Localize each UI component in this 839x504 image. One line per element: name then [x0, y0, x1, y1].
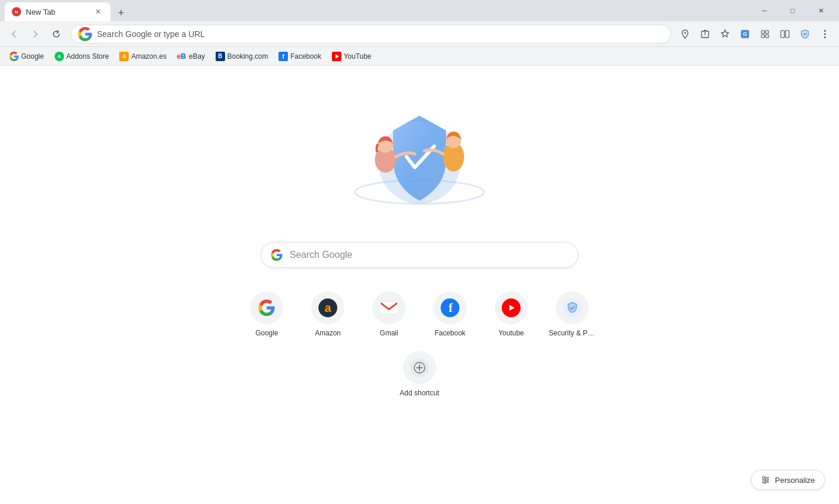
svg-marker-15 — [335, 54, 339, 59]
menu-button[interactable] — [815, 25, 834, 43]
bookmark-facebook-label: Facebook — [290, 52, 321, 61]
bookmark-google-label: Google — [21, 52, 44, 61]
refresh-button[interactable] — [47, 25, 66, 43]
svg-text:eBay: eBay — [177, 52, 186, 61]
close-button[interactable]: ✕ — [807, 1, 834, 20]
shortcut-facebook-icon: f — [441, 298, 459, 317]
bookmark-booking[interactable]: B Booking.com — [211, 49, 273, 63]
svg-point-11 — [824, 30, 826, 32]
bookmark-facebook[interactable]: f Facebook — [274, 49, 326, 63]
shortcut-security-label: Security & Priv... — [549, 329, 596, 337]
extensions-icon[interactable] — [756, 25, 774, 43]
shortcut-gmail-icon — [381, 301, 397, 314]
shortcut-security[interactable]: Security & Priv... — [549, 291, 596, 337]
shortcut-amazon[interactable]: a Amazon — [304, 291, 351, 337]
search-container: Search Google — [261, 242, 578, 268]
google-favicon — [9, 52, 19, 61]
shortcut-security-icon — [563, 298, 582, 317]
shortcut-google-label: Google — [256, 329, 278, 337]
ebay-favicon: eBay — [177, 52, 186, 61]
svg-rect-5 — [761, 31, 764, 33]
active-tab[interactable]: N New Tab ✕ — [5, 2, 110, 21]
tab-close-button[interactable]: ✕ — [93, 6, 103, 17]
window-controls: ─ □ ✕ — [751, 1, 834, 20]
shortcut-youtube-circle — [495, 291, 528, 324]
svg-marker-22 — [509, 305, 515, 311]
security-illustration — [343, 104, 496, 216]
back-button[interactable] — [5, 25, 24, 43]
personalize-icon — [761, 475, 770, 485]
bookmark-ebay-label: eBay — [189, 52, 204, 61]
bookmark-star-icon[interactable] — [716, 25, 734, 43]
search-placeholder: Search Google — [290, 250, 353, 260]
address-bar[interactable]: Search Google or type a URL — [71, 25, 671, 43]
maximize-button[interactable]: □ — [779, 1, 806, 20]
nav-actions: G — [676, 25, 834, 43]
title-bar: N New Tab ✕ + ─ □ ✕ — [0, 0, 839, 21]
svg-rect-10 — [786, 31, 789, 38]
new-tab-button[interactable]: + — [113, 5, 129, 21]
bookmark-google[interactable]: Google — [5, 49, 49, 63]
svg-point-2 — [684, 32, 686, 33]
shortcut-google-circle — [250, 291, 283, 324]
address-text: Search Google or type a URL — [97, 29, 205, 39]
shortcut-facebook-circle: f — [434, 291, 467, 324]
shortcuts-grid: Google a Amazon Gmail — [214, 291, 625, 397]
shortcut-amazon-icon: a — [318, 298, 337, 317]
youtube-favicon — [332, 52, 341, 61]
bookmark-addons-label: Addons Store — [66, 52, 109, 61]
addons-favicon: A — [55, 52, 64, 61]
shortcut-amazon-circle: a — [311, 291, 344, 324]
shortcut-gmail[interactable]: Gmail — [365, 291, 412, 337]
brave-shield-icon[interactable] — [796, 25, 814, 43]
share-icon[interactable] — [696, 25, 714, 43]
bookmark-youtube-label: YouTube — [344, 52, 371, 61]
shortcut-add-icon — [410, 358, 429, 377]
svg-point-29 — [763, 481, 766, 483]
svg-rect-8 — [766, 35, 768, 38]
bookmark-ebay[interactable]: eBay eBay — [172, 49, 209, 63]
svg-text:G: G — [743, 31, 747, 37]
svg-rect-9 — [781, 31, 784, 38]
personalize-label: Personalize — [775, 476, 815, 485]
location-icon[interactable] — [676, 25, 694, 43]
svg-rect-6 — [766, 31, 768, 33]
shortcut-youtube-icon — [502, 298, 521, 317]
svg-rect-7 — [761, 35, 764, 38]
shortcut-youtube-label: Youtube — [498, 329, 524, 337]
tab-title: New Tab — [26, 8, 55, 16]
shortcut-gmail-circle — [372, 291, 405, 324]
split-view-icon[interactable] — [776, 25, 794, 43]
search-bar[interactable]: Search Google — [261, 242, 578, 268]
svg-point-13 — [824, 36, 826, 38]
personalize-button[interactable]: Personalize — [751, 470, 825, 490]
main-content: Search Google Google a Amazon — [0, 66, 839, 504]
shortcut-google[interactable]: Google — [243, 291, 290, 337]
facebook-favicon: f — [278, 52, 288, 61]
amazon-favicon: a — [119, 52, 129, 61]
tab-favicon: N — [12, 7, 21, 16]
booking-favicon: B — [216, 52, 225, 61]
grammarly-icon[interactable]: G — [736, 25, 754, 43]
svg-point-27 — [763, 476, 765, 479]
google-g-icon — [78, 27, 92, 41]
shortcut-add[interactable]: Add shortcut — [396, 351, 443, 397]
bookmark-amazon-label: Amazon.es — [131, 52, 166, 61]
shortcut-facebook[interactable]: f Facebook — [427, 291, 474, 337]
shortcut-youtube[interactable]: Youtube — [488, 291, 535, 337]
shortcut-add-circle — [403, 351, 436, 384]
shortcut-add-label: Add shortcut — [400, 389, 439, 397]
shortcut-google-icon — [259, 300, 275, 316]
minimize-button[interactable]: ─ — [751, 1, 778, 20]
tab-strip: N New Tab ✕ + — [5, 0, 129, 21]
forward-button[interactable] — [26, 25, 45, 43]
bookmark-addons[interactable]: A Addons Store — [50, 49, 114, 63]
shortcut-gmail-label: Gmail — [380, 329, 398, 337]
shortcut-amazon-label: Amazon — [315, 329, 341, 337]
bookmark-youtube[interactable]: YouTube — [327, 49, 376, 63]
svg-text:N: N — [15, 9, 18, 15]
search-google-icon — [271, 249, 283, 261]
bookmark-amazon[interactable]: a Amazon.es — [115, 49, 171, 63]
shortcut-security-circle — [556, 291, 589, 324]
svg-point-12 — [824, 33, 826, 35]
